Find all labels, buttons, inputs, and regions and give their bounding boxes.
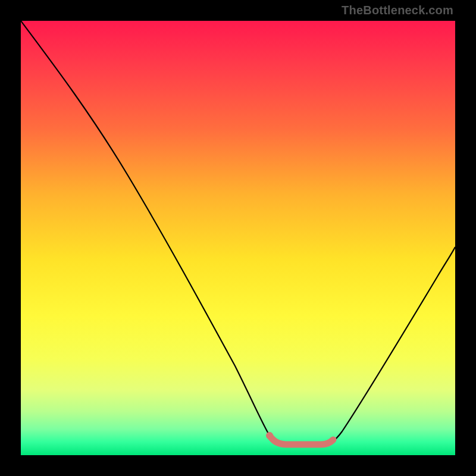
curve-layer	[21, 21, 455, 455]
bottleneck-curve	[21, 21, 455, 444]
optimal-region-highlight	[270, 436, 333, 444]
attribution-text: TheBottleneck.com	[342, 4, 453, 17]
optimal-region-start-marker	[266, 432, 273, 439]
chart-frame: TheBottleneck.com	[0, 0, 476, 476]
plot-area	[21, 21, 455, 455]
